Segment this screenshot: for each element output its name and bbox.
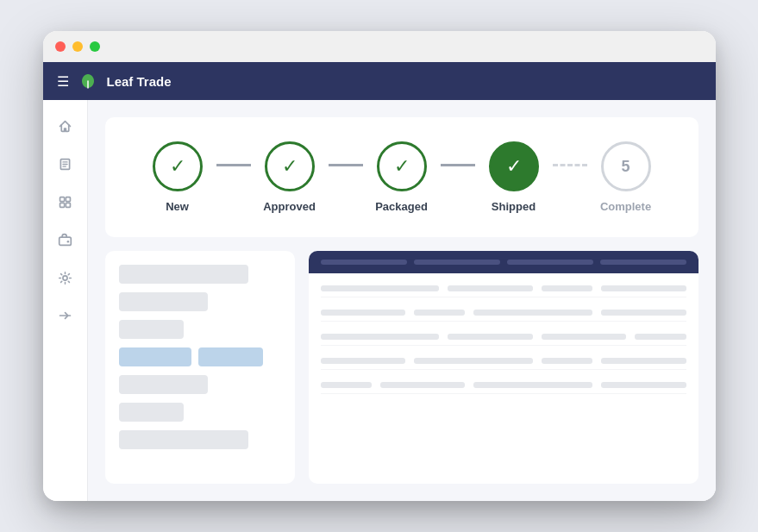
table-cell [601, 310, 686, 316]
main-content: ✓ New ✓ Approved ✓ Packaged [88, 100, 716, 501]
leaf-icon [79, 72, 97, 90]
sidebar-item-wallet[interactable] [49, 224, 80, 255]
table-cell [414, 310, 465, 316]
svg-rect-4 [60, 197, 64, 201]
connector-3 [441, 164, 475, 166]
table-cell [473, 310, 592, 316]
traffic-light-green[interactable] [90, 41, 100, 52]
table-cell [448, 334, 533, 340]
placeholder-blue-1 [119, 347, 192, 366]
bottom-panels [105, 251, 698, 484]
placeholder-line-1 [119, 292, 208, 311]
step-label-approved: Approved [263, 200, 316, 213]
step-label-new: New [166, 200, 189, 213]
table-cell [380, 382, 466, 388]
sidebar-item-orders[interactable] [49, 148, 80, 179]
left-panel [105, 251, 295, 484]
table-row [321, 377, 686, 394]
right-panel [309, 251, 698, 484]
table-cell [473, 382, 592, 388]
table-cell [635, 334, 686, 340]
table-cell [321, 358, 406, 364]
table-cell [414, 358, 533, 364]
placeholder-blue-2 [198, 347, 263, 366]
step-circle-new: ✓ [153, 141, 203, 191]
svg-rect-6 [60, 203, 64, 207]
placeholder-line-2 [119, 320, 184, 339]
nav-title: Leaf Trade [107, 74, 172, 89]
table-header-cell-4 [600, 260, 686, 265]
browser-window: ☰ Leaf Trade [43, 31, 716, 501]
navbar: ☰ Leaf Trade [43, 62, 716, 100]
connector-2 [329, 164, 363, 166]
svg-point-9 [66, 240, 69, 242]
table-cell [448, 285, 533, 291]
table-header-cell-1 [321, 260, 407, 265]
sidebar-item-expand[interactable] [49, 300, 80, 331]
connector-4 [553, 164, 587, 166]
step-label-shipped: Shipped [492, 200, 536, 213]
step-label-complete: Complete [600, 200, 651, 213]
table-cell [601, 382, 686, 388]
table-cell [601, 285, 686, 291]
placeholder-row-1 [119, 347, 281, 366]
hamburger-icon[interactable]: ☰ [57, 73, 69, 90]
sidebar [43, 100, 88, 501]
step-complete: 5 Complete [587, 141, 665, 213]
svg-rect-8 [59, 237, 71, 245]
svg-rect-7 [66, 203, 70, 207]
table-row [321, 304, 686, 322]
step-circle-shipped: ✓ [489, 141, 539, 191]
status-tracker-card: ✓ New ✓ Approved ✓ Packaged [105, 117, 698, 237]
table-row [321, 353, 686, 370]
step-circle-packaged: ✓ [377, 141, 427, 191]
table-cell [542, 285, 592, 291]
step-new: ✓ New [139, 141, 216, 213]
table-header [309, 251, 698, 273]
placeholder-line-5 [119, 430, 248, 449]
step-packaged: ✓ Packaged [363, 141, 441, 213]
traffic-light-yellow[interactable] [72, 41, 83, 52]
table-cell [601, 358, 686, 364]
table-cell [321, 382, 372, 388]
step-shipped: ✓ Shipped [475, 141, 553, 213]
table-cell [542, 358, 592, 364]
traffic-light-red[interactable] [55, 41, 66, 52]
placeholder-line-3 [119, 375, 208, 394]
svg-rect-5 [66, 197, 70, 201]
table-cell [321, 334, 440, 340]
placeholder-line-4 [119, 403, 184, 422]
table-row [321, 329, 686, 346]
table-header-cell-2 [414, 260, 500, 265]
sidebar-item-products[interactable] [49, 186, 80, 217]
table-cell [321, 285, 440, 291]
placeholder-title [119, 265, 248, 284]
table-cell [542, 334, 627, 340]
step-approved: ✓ Approved [251, 141, 329, 213]
sidebar-item-home[interactable] [49, 110, 80, 141]
svg-point-10 [62, 275, 66, 279]
table-body [309, 273, 698, 401]
step-circle-approved: ✓ [265, 141, 315, 191]
table-row [321, 280, 686, 297]
sidebar-item-settings[interactable] [49, 262, 80, 293]
table-header-cell-3 [507, 260, 593, 265]
title-bar [43, 31, 716, 62]
app-container: ✓ New ✓ Approved ✓ Packaged [43, 100, 716, 501]
table-cell [321, 310, 406, 316]
step-circle-complete: 5 [601, 141, 651, 191]
connector-1 [216, 164, 251, 166]
step-label-packaged: Packaged [375, 200, 428, 213]
